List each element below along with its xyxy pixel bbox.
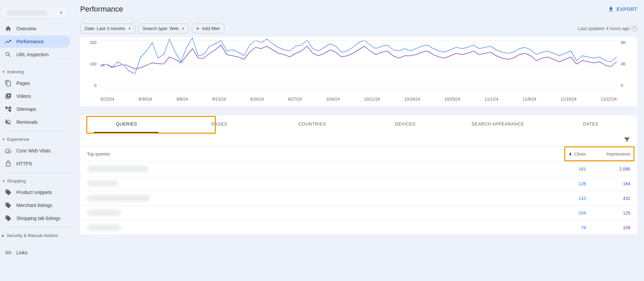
tag-icon: [5, 215, 12, 222]
sidebar-item-videos[interactable]: Videos: [0, 90, 71, 102]
y-axis-left: 200 100 0: [86, 40, 99, 88]
query-text-redacted: [87, 180, 118, 187]
sidebar: ▼ Overview Performance URL inspection ▼ …: [0, 0, 73, 281]
divider: [8, 173, 71, 173]
table-filter-row: [80, 133, 637, 146]
page-header: Performance EXPORT: [80, 0, 637, 18]
divider: [8, 131, 71, 131]
sidebar-item-label: URL inspection: [16, 52, 48, 57]
add-filter-button[interactable]: + Add filter: [192, 24, 224, 33]
table-row[interactable]: 126 164: [80, 176, 637, 191]
filter-icon[interactable]: [624, 136, 630, 143]
impressions-value: 2,095: [586, 166, 630, 172]
column-header-impressions[interactable]: Impressions: [586, 151, 630, 157]
tabs-row: QUERIES PAGES COUNTRIES DEVICES SEARCH A…: [80, 115, 637, 133]
table-row[interactable]: 161 2,095: [80, 162, 637, 176]
search-type-filter-chip[interactable]: Search type: Web ▼: [138, 24, 189, 33]
page-title: Performance: [80, 5, 123, 14]
property-selector[interactable]: ▼: [1, 7, 68, 18]
tabs-card: QUERIES PAGES COUNTRIES DEVICES SEARCH A…: [80, 115, 637, 235]
sidebar-section-security[interactable]: ▶ Security & Manual Actions: [0, 230, 71, 241]
sidebar-item-label: Overview: [16, 26, 36, 31]
chevron-down-icon: ▼: [2, 138, 5, 141]
tag-icon: [5, 189, 12, 196]
impressions-value: 109: [586, 225, 630, 230]
tag-icon: [5, 202, 12, 209]
column-header-clicks[interactable]: Clicks: [545, 151, 586, 157]
impressions-value: 125: [586, 210, 630, 216]
clicks-value: 78: [545, 225, 586, 230]
speed-icon: [5, 147, 12, 154]
clicks-value: 161: [545, 166, 586, 172]
sidebar-item-pages[interactable]: Pages: [0, 77, 71, 89]
help-icon[interactable]: ?: [632, 26, 637, 31]
link-icon: [5, 249, 12, 256]
table-body: 161 2,095 126 164 110 432 104 125 78 109: [80, 162, 637, 235]
sidebar-item-url-inspection[interactable]: URL inspection: [0, 48, 71, 61]
y-axis-right: 8K 4K 0: [619, 40, 631, 88]
tab-queries[interactable]: QUERIES: [80, 115, 173, 133]
sidebar-item-core-web-vitals[interactable]: Core Web Vitals: [0, 145, 71, 157]
sidebar-item-overview[interactable]: Overview: [0, 23, 71, 35]
table-row[interactable]: 110 432: [80, 191, 637, 206]
last-updated-text: Last updated: 4 hours ago ?: [578, 26, 637, 31]
lock-icon: [5, 160, 12, 167]
tab-countries[interactable]: COUNTRIES: [266, 115, 358, 133]
plus-icon: +: [196, 26, 199, 31]
sitemap-icon: [5, 106, 12, 113]
sidebar-item-https[interactable]: HTTPS: [0, 158, 71, 170]
impressions-value: 432: [586, 196, 630, 201]
chart-card: 200 100 0 8K 4K 0 8/23/248/30/249/6/249/…: [80, 37, 637, 106]
tab-pages[interactable]: PAGES: [173, 115, 266, 133]
chevron-down-icon: ▼: [181, 27, 185, 30]
query-text-redacted: [87, 166, 148, 172]
column-header-query: Top queries: [87, 151, 545, 157]
divider: [8, 227, 71, 227]
clicks-value: 104: [545, 210, 586, 216]
tab-dates[interactable]: DATES: [544, 115, 637, 133]
chevron-right-icon: ▶: [2, 234, 4, 237]
clicks-value: 126: [545, 181, 586, 186]
sidebar-item-performance[interactable]: Performance: [0, 35, 71, 48]
chevron-down-icon: ▼: [2, 70, 5, 74]
x-axis-labels: 8/23/248/30/249/6/249/13/249/20/249/27/2…: [86, 95, 631, 102]
sidebar-item-label: Performance: [16, 39, 44, 44]
chart-area: 200 100 0 8K 4K 0: [86, 40, 631, 95]
sidebar-section-shopping[interactable]: ▼ Shopping: [0, 176, 71, 186]
sidebar-item-removals[interactable]: Removals: [0, 116, 71, 128]
filters-row: Date: Last 3 months ▼ Search type: Web ▼…: [80, 18, 637, 37]
sidebar-section-indexing[interactable]: ▼ Indexing: [0, 66, 71, 77]
clicks-value: 110: [545, 196, 586, 201]
chevron-down-icon: ▼: [128, 27, 131, 30]
video-icon: [5, 93, 12, 100]
date-filter-chip[interactable]: Date: Last 3 months ▼: [80, 24, 135, 33]
divider: [8, 243, 71, 244]
sidebar-item-sitemaps[interactable]: Sitemaps: [0, 103, 71, 115]
tab-devices[interactable]: DEVICES: [359, 115, 452, 133]
sidebar-item-merchant-listings[interactable]: Merchant listings: [0, 199, 71, 211]
main-content: Performance EXPORT Date: Last 3 months ▼…: [73, 0, 644, 281]
query-text-redacted: [87, 195, 150, 201]
sort-down-icon: [568, 152, 573, 157]
chart-plot[interactable]: [101, 40, 617, 88]
chevron-down-icon: ▼: [2, 179, 5, 183]
pages-icon: [5, 80, 12, 87]
search-icon: [5, 51, 12, 58]
divider: [8, 63, 71, 64]
table-row[interactable]: 104 125: [80, 206, 637, 220]
download-icon: [608, 6, 614, 12]
visibility-off-icon: [5, 119, 12, 125]
query-text-redacted: [87, 210, 121, 216]
table-row[interactable]: 78 109: [80, 220, 637, 235]
impressions-value: 164: [586, 181, 630, 186]
tab-search-appearance[interactable]: SEARCH APPEARANCE: [452, 115, 544, 133]
export-button[interactable]: EXPORT: [608, 6, 637, 12]
sidebar-item-links[interactable]: Links: [0, 247, 71, 259]
trending-up-icon: [5, 38, 12, 45]
property-name-redacted: [6, 10, 47, 15]
query-text-redacted: [87, 224, 121, 231]
sidebar-item-product-snippets[interactable]: Product snippets: [0, 186, 71, 198]
home-icon: [5, 25, 12, 32]
sidebar-section-experience[interactable]: ▼ Experience: [0, 134, 71, 145]
sidebar-item-shopping-tab-listings[interactable]: Shopping tab listings: [0, 212, 71, 224]
